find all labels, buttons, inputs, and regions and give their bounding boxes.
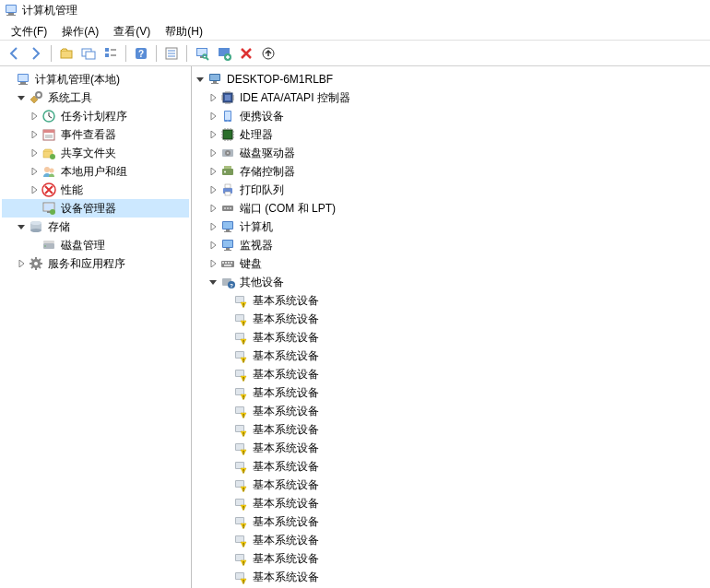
device-portable[interactable]: 便携设备 <box>194 107 708 125</box>
menu-help[interactable]: 帮助(H) <box>158 22 210 38</box>
device-base-system-device[interactable]: 基本系统设备 <box>194 291 708 310</box>
toolbar-forward-button[interactable] <box>26 43 46 64</box>
tree-shared-folders[interactable]: 共享文件夹 <box>2 144 189 162</box>
device-computer[interactable]: 计算机 <box>194 218 708 236</box>
toolbar-show-hide-button[interactable] <box>56 43 77 64</box>
device-base-system-device[interactable]: 基本系统设备 <box>194 439 708 457</box>
expander-icon[interactable] <box>219 294 232 307</box>
tree-label: 基本系统设备 <box>251 422 321 438</box>
expander-icon[interactable] <box>219 441 232 454</box>
tree-disk-management[interactable]: 磁盘管理 <box>2 236 189 254</box>
expander-closed-icon[interactable] <box>207 239 219 252</box>
toolbar-back-button[interactable] <box>4 43 24 64</box>
tree-storage[interactable]: 存储 <box>2 218 189 236</box>
menu-file[interactable]: 文件(F) <box>4 22 54 38</box>
expander-icon[interactable] <box>219 386 232 399</box>
toolbar-list-button[interactable] <box>101 43 121 64</box>
expander-open-icon[interactable] <box>194 73 207 86</box>
device-base-system-device[interactable]: 基本系统设备 <box>194 365 708 383</box>
tree-event-viewer[interactable]: 事件查看器 <box>2 125 189 144</box>
expander-icon[interactable] <box>219 331 232 344</box>
tree-local-users[interactable]: 本地用户和组 <box>2 162 189 181</box>
tree-device-manager[interactable]: 设备管理器 <box>2 199 189 218</box>
tree-root-computer-management[interactable]: 计算机管理(本地) <box>2 70 189 88</box>
device-base-system-device[interactable]: 基本系统设备 <box>194 310 708 328</box>
device-print-queues[interactable]: 打印队列 <box>194 181 708 199</box>
toolbar-properties-button[interactable] <box>161 43 182 64</box>
expander-closed-icon[interactable] <box>207 183 219 196</box>
device-base-system-device[interactable]: 基本系统设备 <box>194 476 708 494</box>
tree-task-scheduler[interactable]: 任务计划程序 <box>2 107 189 125</box>
device-keyboards[interactable]: 键盘 <box>194 254 708 273</box>
expander-icon[interactable] <box>219 312 232 325</box>
expander-closed-icon[interactable] <box>28 110 41 123</box>
toolbar-view-button[interactable] <box>78 43 99 64</box>
device-base-system-device[interactable]: 基本系统设备 <box>194 512 708 531</box>
device-root-computer[interactable]: DESKTOP-6M1RLBF <box>194 70 708 88</box>
toolbar-remove-button[interactable] <box>236 43 256 64</box>
device-other-devices[interactable]: 其他设备 <box>194 273 708 291</box>
right-tree-pane[interactable]: DESKTOP-6M1RLBF IDE ATA/ATAPI 控制器 便携设备 处… <box>192 66 710 588</box>
tree-system-tools[interactable]: 系统工具 <box>2 88 189 107</box>
expander-closed-icon[interactable] <box>15 257 28 270</box>
device-monitors[interactable]: 监视器 <box>194 236 708 254</box>
left-tree-pane[interactable]: 计算机管理(本地) 系统工具 任务计划程序 事件查看器 共享文件夹 <box>0 66 192 588</box>
expander-closed-icon[interactable] <box>28 165 41 178</box>
expander-icon[interactable] <box>219 405 232 417</box>
menu-view[interactable]: 查看(V) <box>106 22 158 38</box>
device-base-system-device[interactable]: 基本系统设备 <box>194 328 708 347</box>
expander-closed-icon[interactable] <box>28 147 41 159</box>
expander-icon[interactable] <box>219 570 232 583</box>
device-ide-atapi[interactable]: IDE ATA/ATAPI 控制器 <box>194 88 708 107</box>
toolbar-help-button[interactable] <box>131 43 151 64</box>
device-disk-drives[interactable]: 磁盘驱动器 <box>194 144 708 162</box>
expander-closed-icon[interactable] <box>28 183 41 196</box>
device-base-system-device[interactable]: 基本系统设备 <box>194 494 708 512</box>
expander-icon[interactable] <box>219 349 232 362</box>
expander-icon[interactable] <box>219 552 232 565</box>
expander-icon[interactable] <box>28 239 41 252</box>
device-base-system-device[interactable]: 基本系统设备 <box>194 457 708 476</box>
expander-icon[interactable] <box>219 478 232 491</box>
expander-open-icon[interactable] <box>207 276 219 288</box>
expander-closed-icon[interactable] <box>207 257 219 270</box>
device-base-system-device[interactable]: 基本系统设备 <box>194 420 708 439</box>
expander-icon[interactable] <box>219 534 232 547</box>
tree-label: 基本系统设备 <box>251 441 321 456</box>
expander-closed-icon[interactable] <box>207 202 219 215</box>
expander-closed-icon[interactable] <box>207 220 219 233</box>
device-ports[interactable]: 端口 (COM 和 LPT) <box>194 199 708 218</box>
expander-closed-icon[interactable] <box>207 165 219 178</box>
expander-closed-icon[interactable] <box>207 91 219 104</box>
expander-closed-icon[interactable] <box>28 128 41 141</box>
device-base-system-device[interactable]: 基本系统设备 <box>194 568 708 586</box>
toolbar-add-button[interactable] <box>214 43 234 64</box>
expander-closed-icon[interactable] <box>207 147 219 159</box>
expander-icon[interactable] <box>219 460 232 473</box>
toolbar-separator <box>125 45 126 62</box>
device-base-system-device[interactable]: 基本系统设备 <box>194 549 708 568</box>
device-base-system-device[interactable]: 基本系统设备 <box>194 347 708 365</box>
expander-icon[interactable] <box>219 515 232 528</box>
expander-closed-icon[interactable] <box>207 128 219 141</box>
device-base-system-device[interactable]: 基本系统设备 <box>194 531 708 549</box>
expander-icon[interactable] <box>219 368 232 381</box>
expander-closed-icon[interactable] <box>207 110 219 123</box>
toolbar-up-button[interactable] <box>258 43 278 64</box>
menu-action[interactable]: 操作(A) <box>54 22 106 38</box>
users-icon <box>41 164 56 179</box>
device-base-system-device[interactable]: 基本系统设备 <box>194 383 708 402</box>
computer-management-icon <box>16 72 30 87</box>
tree-performance[interactable]: 性能 <box>2 181 189 199</box>
device-base-system-device[interactable]: 基本系统设备 <box>194 402 708 420</box>
tree-services-apps[interactable]: 服务和应用程序 <box>2 254 189 273</box>
expander-open-icon[interactable] <box>15 220 28 233</box>
device-processor[interactable]: 处理器 <box>194 125 708 144</box>
device-storage-controllers[interactable]: 存储控制器 <box>194 162 708 181</box>
expander-open-icon[interactable] <box>15 91 28 104</box>
expander-icon[interactable] <box>28 202 41 215</box>
toolbar-scan-button[interactable] <box>192 43 212 64</box>
expander-icon[interactable] <box>219 423 232 436</box>
expander-icon[interactable] <box>2 73 15 86</box>
expander-icon[interactable] <box>219 497 232 510</box>
